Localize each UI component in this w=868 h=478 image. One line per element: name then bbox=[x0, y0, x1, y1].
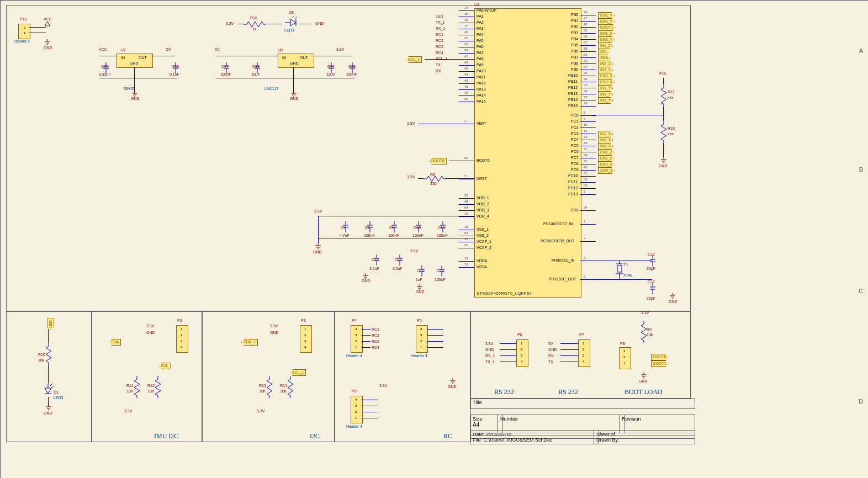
d1-ref: D1 bbox=[54, 390, 59, 394]
rs232-2-title: RS 232 bbox=[558, 388, 578, 396]
schematic-sheet: A B C D U3 STM32F405RGT6_LQFP64 14 PA0-W… bbox=[0, 0, 868, 478]
cap-icon bbox=[397, 254, 403, 265]
boot-title: BOOT LOAD bbox=[624, 388, 663, 396]
cap-icon bbox=[103, 62, 109, 73]
vdda-pwr: 3.3V bbox=[410, 249, 418, 253]
rc-title: RC bbox=[443, 432, 452, 440]
cap-icon bbox=[374, 254, 379, 265]
u7-vin: VCC bbox=[99, 47, 107, 51]
resistor-icon bbox=[424, 176, 446, 182]
c17-val: 20pF bbox=[647, 296, 655, 300]
gnd-icon bbox=[45, 405, 52, 411]
r14-ref: R14 bbox=[280, 384, 287, 387]
grid-row-c: C bbox=[859, 288, 863, 294]
r18-val: xxx bbox=[668, 132, 674, 136]
led-d8-v: 3.3V bbox=[226, 22, 234, 25]
d8-type: LED3 bbox=[284, 28, 294, 32]
u8-vout: 3.3V bbox=[336, 47, 344, 51]
r13-val: 10K bbox=[259, 389, 266, 393]
p9-type: Header 4 bbox=[346, 424, 362, 428]
vcc-arrow-icon bbox=[45, 22, 50, 27]
r9-val: 10k bbox=[647, 333, 653, 337]
p3-ref: P3 bbox=[301, 318, 306, 322]
r11-ref: R11 bbox=[126, 384, 134, 387]
cap-icon bbox=[439, 265, 444, 277]
gnd-icon bbox=[362, 273, 369, 280]
gnd-icon bbox=[669, 293, 676, 300]
gnd-icon bbox=[44, 39, 51, 46]
r9-ref: R9 bbox=[647, 327, 652, 331]
boot1-out: BOOT1 bbox=[651, 360, 669, 367]
resistor-icon bbox=[641, 321, 647, 343]
grid-row-d: D bbox=[859, 398, 863, 405]
mcu-ref: U3 bbox=[474, 3, 479, 7]
cap-icon bbox=[650, 256, 655, 267]
u7-ref: U7 bbox=[121, 48, 126, 52]
cap-icon bbox=[350, 62, 355, 73]
r17-val: xxx bbox=[668, 95, 674, 99]
grid-row-a: A bbox=[859, 47, 863, 54]
led-icon bbox=[43, 381, 54, 398]
gnd-icon bbox=[290, 91, 298, 98]
vss-gnd: GND bbox=[313, 250, 322, 254]
led-gnd: GND bbox=[44, 411, 52, 415]
cap-icon bbox=[650, 283, 655, 294]
p4-type: Header 4 bbox=[346, 354, 362, 358]
tb-drawn: Drawn By: bbox=[594, 435, 695, 444]
resistor-icon bbox=[244, 22, 266, 27]
p2-ref: P2 bbox=[177, 318, 182, 322]
d8-ref: D8 bbox=[289, 10, 294, 14]
r16-val: 1k bbox=[252, 27, 256, 31]
p5-ref: P5 bbox=[417, 318, 422, 322]
r13-ref: R13 bbox=[259, 384, 266, 387]
r8-val: 330 bbox=[430, 182, 437, 185]
resistor-icon bbox=[134, 376, 140, 398]
nrst-v: 3.3V bbox=[407, 175, 415, 179]
i2c-title: I2C bbox=[310, 432, 320, 440]
p9-ref: P9 bbox=[352, 389, 357, 393]
resistor-icon bbox=[288, 376, 293, 398]
p8-ref: P8 bbox=[620, 342, 625, 346]
u8-part: LM1117 bbox=[264, 87, 278, 91]
resistor-icon bbox=[661, 84, 666, 107]
pullup-vcc: VCC bbox=[659, 71, 667, 75]
c12-val: 20pF bbox=[647, 267, 655, 270]
p13-vcc: VCC bbox=[44, 17, 52, 21]
y1-val: XTAL bbox=[623, 273, 633, 277]
cap-icon bbox=[255, 62, 260, 73]
crystal-icon bbox=[616, 262, 623, 275]
resistor-icon bbox=[661, 121, 666, 143]
gnd-icon bbox=[640, 373, 648, 379]
cap-icon bbox=[224, 62, 229, 73]
gnd-icon bbox=[416, 284, 424, 291]
r18-ref: R18 bbox=[668, 126, 675, 130]
grid-row-b: B bbox=[859, 166, 863, 173]
resistor-icon bbox=[155, 376, 161, 398]
imu-title: IMU I2C bbox=[154, 432, 178, 440]
u7-vout: 5V bbox=[166, 47, 171, 51]
svg-rect-0 bbox=[617, 265, 622, 272]
d1-type: LED3 bbox=[54, 396, 63, 400]
gnd-icon bbox=[131, 91, 139, 98]
u8-ref: U8 bbox=[278, 48, 283, 52]
u8-vin: 5V bbox=[215, 47, 220, 51]
r16-ref: R16 bbox=[250, 16, 257, 20]
cap-icon bbox=[173, 62, 178, 73]
boot0-out: BOOT0 bbox=[651, 354, 669, 360]
r12-ref: R12 bbox=[147, 384, 155, 387]
y1-ref: Y1 bbox=[623, 262, 628, 266]
r11-val: 10K bbox=[126, 389, 133, 393]
r14-val: 10K bbox=[280, 389, 287, 393]
r10-ref: R10 bbox=[38, 353, 45, 357]
tb-title: Title bbox=[470, 398, 695, 409]
resistor-icon bbox=[46, 343, 51, 365]
vbat-v: 3.3V bbox=[407, 121, 415, 125]
p7-ref: P7 bbox=[579, 333, 584, 337]
tb-file: File: C:\Users\..\MCU&SEM.SchDoc bbox=[470, 435, 599, 444]
p13-gnd: GND bbox=[44, 46, 52, 50]
gnd-icon bbox=[660, 157, 668, 164]
mcu-body bbox=[474, 8, 581, 298]
vdd-pwr: 3.3V bbox=[314, 209, 322, 213]
cap-icon bbox=[329, 62, 334, 73]
led-icon bbox=[282, 17, 299, 28]
